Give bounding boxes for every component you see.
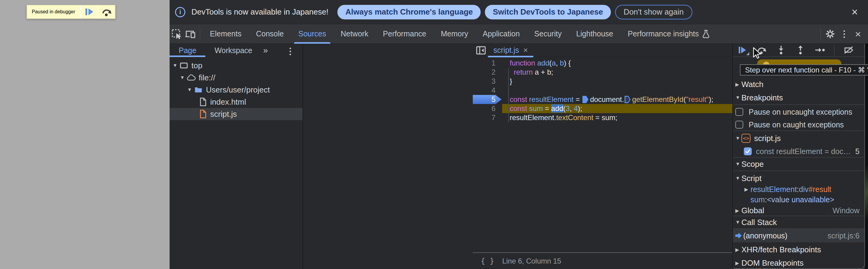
line-number[interactable]: 6 (473, 104, 502, 113)
scope-var-sum[interactable]: sum: <value unavailable> (733, 194, 864, 205)
navigator-menu-button[interactable] (283, 44, 297, 58)
frame-name: (anonymous) (743, 232, 787, 240)
inline-breakpoint-marker-icon[interactable] (582, 96, 588, 103)
frame-icon (179, 61, 188, 70)
expanded-arrow-icon[interactable]: ▼ (733, 161, 741, 167)
section-dom-breakpoints[interactable]: ▶ DOM Breakpoints (733, 256, 864, 269)
collapsed-arrow-icon[interactable]: ▶ (733, 260, 741, 266)
global-value: Window (833, 206, 860, 215)
divider (733, 170, 864, 171)
expand-arrow-icon[interactable]: ▼ (186, 87, 193, 92)
settings-gear-button[interactable] (823, 27, 837, 41)
expanded-arrow-icon[interactable]: ▼ (733, 220, 741, 225)
tab-console[interactable]: Console (249, 24, 291, 44)
call-stack-frame[interactable]: (anonymous) script.js:6 (733, 229, 864, 242)
section-breakpoints[interactable]: ▼ Breakpoints (733, 91, 864, 104)
resume-button[interactable] (737, 45, 747, 55)
expand-arrow-icon[interactable]: ▼ (179, 75, 186, 80)
collapsed-arrow-icon[interactable]: ▶ (733, 82, 741, 87)
checkbox-checked[interactable] (744, 147, 752, 155)
dont-show-again-button[interactable]: Don't show again (615, 5, 692, 20)
device-toolbar-button[interactable] (184, 27, 197, 41)
tab-performance[interactable]: Performance (376, 24, 433, 44)
line-number[interactable]: 3 (473, 77, 502, 86)
breakpoint-marker[interactable] (473, 95, 501, 104)
line-number-breakpoint[interactable]: 5 (473, 95, 502, 104)
infobar-close-icon[interactable]: × (848, 6, 861, 18)
expanded-arrow-icon[interactable]: ▼ (733, 95, 741, 100)
resume-script-button[interactable] (80, 5, 97, 19)
toggle-navigator-button[interactable] (474, 43, 488, 57)
breakpoint-snippet: const resultElement = doc… (756, 147, 851, 156)
tab-network[interactable]: Network (334, 24, 376, 44)
checkbox-unchecked[interactable] (735, 121, 743, 129)
flask-icon (702, 30, 710, 38)
tree-item-script-js[interactable]: script.js (169, 108, 303, 120)
tab-lighthouse[interactable]: Lighthouse (569, 24, 620, 44)
line-number[interactable]: 7 (473, 113, 502, 122)
devtools-close-button[interactable]: × (851, 27, 865, 41)
cursor-position: Line 6, Column 15 (502, 257, 561, 265)
line-number[interactable]: 2 (473, 68, 502, 77)
tree-item-top[interactable]: ▼ top (169, 59, 303, 72)
scope-global-group[interactable]: ▶ Global Window (733, 205, 864, 216)
more-tabs-icon[interactable]: » (263, 46, 268, 55)
tab-sources[interactable]: Sources (291, 24, 334, 44)
step-over-button-overlay[interactable] (97, 5, 115, 19)
device-toolbar-icon (185, 29, 196, 39)
inline-breakpoint-marker-icon[interactable] (624, 96, 630, 103)
always-match-language-button[interactable]: Always match Chrome's language (337, 5, 480, 20)
expanded-arrow-icon[interactable]: ▼ (733, 136, 741, 141)
step-into-button[interactable] (776, 45, 786, 55)
switch-to-japanese-button[interactable]: Switch DevTools to Japanese (485, 5, 611, 20)
tree-item-label: Users/user/project (206, 85, 270, 95)
tab-security[interactable]: Security (527, 24, 569, 44)
expanded-arrow-icon[interactable]: ▼ (733, 176, 741, 181)
section-scope[interactable]: ▼ Scope (733, 158, 864, 170)
navigator-tab-workspace[interactable]: Workspace (205, 44, 261, 57)
deactivate-breakpoints-button[interactable] (843, 45, 854, 55)
paused-in-debugger-bar: Paused in debugger (26, 4, 116, 19)
editor-tab-script-js[interactable]: script.js × (488, 44, 533, 57)
expand-arrow-icon[interactable]: ▼ (172, 63, 179, 68)
section-watch[interactable]: ▶ Watch (733, 78, 864, 91)
pause-on-caught-row[interactable]: Pause on caught exceptions (733, 118, 864, 131)
scope-script-group[interactable]: ▼ Script (733, 172, 864, 184)
collapsed-arrow-icon[interactable]: ▶ (733, 208, 741, 214)
pretty-print-icon[interactable]: { } (480, 257, 494, 265)
line-number[interactable]: 4 (473, 86, 502, 95)
section-call-stack[interactable]: ▼ Call Stack (733, 216, 864, 228)
tree-item-index-html[interactable]: index.html (169, 96, 303, 108)
tree-item-project-folder[interactable]: ▼ Users/user/project (169, 84, 303, 96)
inspect-element-button[interactable] (169, 27, 184, 41)
navigator-tab-page[interactable]: Page (169, 44, 205, 57)
pause-on-uncaught-row[interactable]: Pause on uncaught exceptions (733, 106, 864, 118)
close-tab-icon[interactable]: × (523, 46, 528, 55)
step-out-button[interactable] (795, 45, 806, 55)
tab-memory[interactable]: Memory (433, 24, 475, 44)
collapsed-arrow-icon[interactable]: ▶ (733, 187, 750, 192)
step-button[interactable] (815, 45, 825, 55)
toolbar-separator (834, 45, 834, 55)
editor-tab-label: script.js (493, 46, 519, 55)
tab-application[interactable]: Application (475, 24, 527, 44)
tree-item-file-protocol[interactable]: ▼ file:// (169, 72, 303, 84)
line-number-gutter[interactable]: 1 2 3 4 5 6 7 (473, 58, 502, 122)
infobar-message: DevTools is now available in Japanese! (191, 7, 328, 17)
line-number[interactable]: 1 (473, 58, 502, 68)
separator: : (797, 185, 799, 194)
section-xhr-breakpoints[interactable]: ▶ XHR/fetch Breakpoints (733, 243, 864, 256)
devtools-menu-button[interactable] (837, 27, 851, 41)
section-label: Scope (741, 160, 764, 169)
tab-performance-insights[interactable]: Performance insights (621, 24, 717, 44)
checkbox-unchecked[interactable] (735, 108, 743, 116)
checkbox-label: Pause on uncaught exceptions (749, 108, 852, 116)
scope-var-resultElement[interactable]: ▶ resultElement: div#result (733, 184, 864, 194)
breakpoint-entry[interactable]: const resultElement = doc… 5 (733, 145, 864, 158)
collapsed-arrow-icon[interactable]: ▶ (733, 247, 741, 252)
breakpoint-file-group[interactable]: ▼ <> script.js (733, 132, 864, 145)
tab-elements[interactable]: Elements (203, 24, 249, 44)
inspect-icon (172, 29, 182, 39)
pane-divider[interactable] (303, 44, 303, 269)
section-label: Breakpoints (741, 93, 783, 103)
